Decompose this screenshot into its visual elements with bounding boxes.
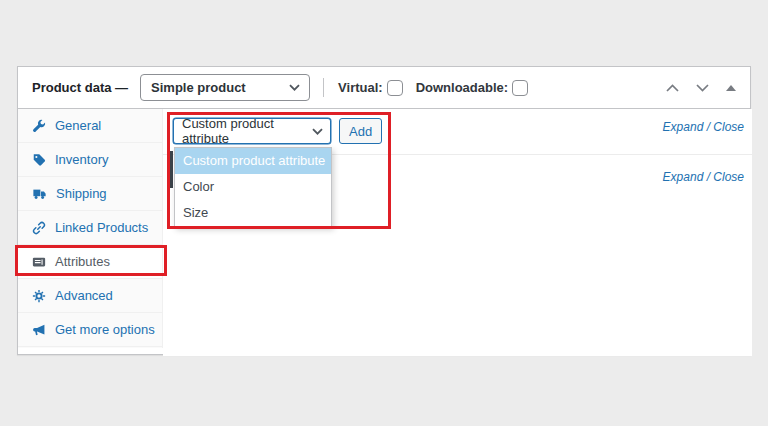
move-up-button[interactable]	[664, 82, 681, 94]
tab-general[interactable]: General	[18, 109, 162, 143]
tab-attributes[interactable]: Attributes	[18, 245, 162, 279]
chevron-up-icon	[666, 84, 679, 92]
megaphone-icon	[32, 323, 46, 337]
gear-icon	[32, 289, 46, 303]
chevron-down-icon	[696, 84, 709, 92]
header-divider	[323, 78, 324, 97]
tab-label: Advanced	[55, 288, 113, 303]
page: { "colors": { "accent_blue": "#2271b1", …	[0, 0, 768, 426]
virtual-label[interactable]: Virtual:	[338, 80, 383, 95]
tab-inventory[interactable]: Inventory	[18, 143, 162, 177]
triangle-up-icon	[726, 85, 736, 91]
attribute-row-expand-close-link[interactable]: Expand / Close	[663, 170, 744, 184]
tag-icon	[32, 153, 46, 167]
tab-linked-products[interactable]: Linked Products	[18, 211, 162, 245]
tab-label: Get more options	[55, 322, 155, 337]
add-attribute-button[interactable]: Add	[339, 118, 382, 144]
product-data-metabox: Product data — Simple product Virtual: D…	[17, 66, 751, 355]
metabox-title: Product data —	[32, 80, 128, 95]
product-type-select[interactable]: Simple product	[140, 74, 310, 101]
dropdown-option-custom-product-attribute[interactable]: Custom product attribute	[175, 148, 331, 174]
metabox-header: Product data — Simple product Virtual: D…	[18, 67, 750, 109]
chevron-down-icon	[289, 84, 300, 91]
truck-icon	[32, 187, 47, 201]
wrench-icon	[32, 119, 46, 133]
attribute-select[interactable]: Custom product attribute	[173, 118, 331, 144]
move-down-button[interactable]	[694, 82, 711, 94]
dropdown-option-size[interactable]: Size	[175, 200, 331, 226]
product-type-select-value: Simple product	[151, 80, 246, 95]
header-controls	[664, 67, 738, 109]
expand-close-link[interactable]: Expand / Close	[663, 120, 744, 134]
tab-label: General	[55, 118, 101, 133]
tab-label: Inventory	[55, 152, 108, 167]
obscured-element	[169, 151, 173, 188]
downloadable-checkbox[interactable]	[512, 80, 528, 96]
product-data-tabs: General Inventory Shipping Linked Produc…	[18, 109, 163, 348]
tab-label: Attributes	[55, 254, 110, 269]
virtual-checkbox[interactable]	[387, 80, 403, 96]
tab-label: Shipping	[56, 186, 107, 201]
tab-shipping[interactable]: Shipping	[18, 177, 162, 211]
toggle-panel-button[interactable]	[724, 83, 738, 93]
tab-label: Linked Products	[55, 220, 148, 235]
attributes-panel: Custom product attribute Add Expand / Cl…	[163, 109, 752, 356]
tab-advanced[interactable]: Advanced	[18, 279, 162, 313]
tab-get-more-options[interactable]: Get more options	[18, 313, 162, 347]
attribute-select-value: Custom product attribute	[182, 116, 304, 146]
link-icon	[32, 221, 46, 235]
downloadable-label[interactable]: Downloadable:	[416, 80, 508, 95]
attribute-select-dropdown: Custom product attribute Color Size	[174, 147, 332, 227]
dropdown-option-color[interactable]: Color	[175, 174, 331, 200]
chevron-down-icon	[312, 128, 323, 135]
list-card-icon	[32, 255, 46, 269]
